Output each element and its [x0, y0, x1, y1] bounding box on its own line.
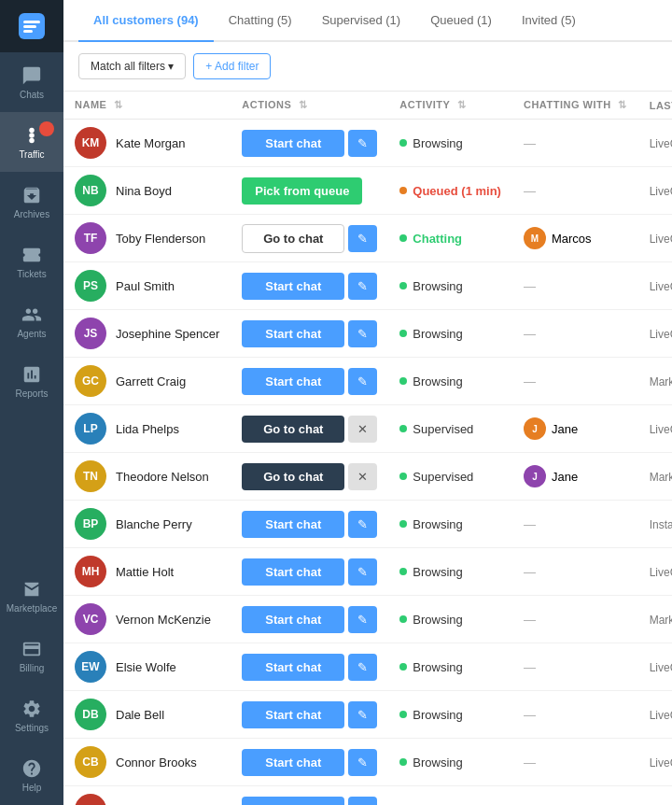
traffic-label: Traffic — [19, 149, 44, 160]
sidebar-item-archives[interactable]: Archives — [0, 172, 63, 232]
edit-button[interactable]: ✎ — [348, 654, 377, 681]
table-row: EW Elsie Wolfe Start chat✎ Browsing —Liv… — [63, 643, 672, 691]
marketplace-label: Marketplace — [7, 603, 57, 614]
start-chat-button[interactable]: Start chat — [242, 654, 344, 681]
activity-dot — [399, 377, 407, 385]
last-value: Mark — [650, 614, 672, 627]
edit-button[interactable]: ✎ — [348, 797, 377, 806]
tab-supervised[interactable]: Supervised (1) — [307, 0, 416, 42]
go-to-chat-button[interactable]: Go to chat — [242, 463, 344, 490]
edit-button[interactable]: ✎ — [348, 606, 377, 633]
activity-cell: Browsing — [388, 643, 512, 691]
table-row: CB Connor Brooks Start chat✎ Browsing —L… — [63, 739, 672, 786]
customer-name: Nina Boyd — [116, 184, 172, 198]
customer-name: Connor Brooks — [116, 756, 197, 770]
col-header-actions: ACTIONS ⇅ — [231, 92, 388, 120]
customer-name: Lida Phelps — [116, 422, 179, 436]
start-chat-button[interactable]: Start chat — [242, 749, 344, 776]
chatting-with-dash: — — [524, 327, 536, 341]
chatting-with-cell: J Jane — [512, 405, 638, 453]
start-chat-button[interactable]: Start chat — [242, 606, 344, 633]
edit-button[interactable]: ✎ — [348, 320, 377, 347]
edit-button[interactable]: ✎ — [348, 511, 377, 538]
name-cell: DB Dale Bell — [63, 691, 231, 739]
start-chat-button[interactable]: Start chat — [242, 558, 344, 586]
table-row: LP Lida Phelps Go to chat✕ Supervised J … — [63, 405, 672, 453]
activity-text: Browsing — [413, 660, 462, 674]
edit-button[interactable]: ✎ — [348, 749, 377, 776]
svg-point-4 — [29, 127, 35, 133]
activity-cell: Browsing — [388, 310, 512, 358]
last-value: Mark — [650, 375, 672, 388]
sidebar-item-settings[interactable]: Settings — [0, 685, 63, 745]
avatar: BP — [75, 508, 106, 540]
table-header-row: NAME ⇅ ACTIONS ⇅ ACTIVITY ⇅ CHATTING WIT… — [63, 92, 672, 120]
tickets-icon — [21, 245, 42, 265]
pick-from-queue-button[interactable]: Pick from queue — [242, 177, 362, 205]
match-all-filters-button[interactable]: Match all filters ▾ — [78, 53, 186, 79]
activity-text: Chatting — [413, 232, 462, 246]
edit-button[interactable]: ✎ — [348, 368, 377, 395]
last-cell: Mark — [638, 453, 672, 501]
chatting-with-cell: — — [512, 120, 638, 167]
activity-text: Browsing — [413, 565, 462, 579]
close-button[interactable]: ✕ — [348, 416, 377, 443]
go-to-chat-button[interactable]: Go to chat — [242, 416, 344, 443]
sidebar-item-help[interactable]: Help — [0, 745, 63, 805]
edit-button[interactable]: ✎ — [348, 225, 377, 252]
name-cell: LP Lida Phelps — [63, 405, 231, 453]
last-cell: LiveC — [638, 786, 672, 806]
go-to-chat-button[interactable]: Go to chat — [242, 224, 344, 253]
customer-name: Josephine Spencer — [116, 327, 219, 341]
start-chat-button[interactable]: Start chat — [242, 130, 344, 157]
tab-invited[interactable]: Invited (5) — [507, 0, 591, 42]
col-header-activity: ACTIVITY ⇅ — [388, 92, 512, 120]
last-value: LiveC — [650, 756, 672, 770]
add-filter-button[interactable]: + Add filter — [193, 53, 271, 79]
last-cell: Mark — [638, 358, 672, 405]
start-chat-button[interactable]: Start chat — [242, 368, 344, 395]
table-row: MH Mattie Holt Start chat✎ Browsing —Liv… — [63, 548, 672, 596]
activity-text: Browsing — [413, 327, 462, 341]
traffic-badge — [39, 121, 54, 136]
edit-button[interactable]: ✎ — [348, 558, 377, 586]
table-row: GC Garrett Craig Start chat✎ Browsing —M… — [63, 358, 672, 405]
filter-bar: Match all filters ▾ + Add filter — [63, 42, 672, 92]
start-chat-button[interactable]: Start chat — [242, 701, 344, 728]
activity-cell: Browsing — [388, 358, 512, 405]
sidebar-item-tickets[interactable]: Tickets — [0, 232, 63, 291]
sidebar-item-traffic[interactable]: Traffic — [0, 112, 63, 172]
tab-chatting[interactable]: Chatting (5) — [214, 0, 307, 42]
sidebar-item-reports[interactable]: Reports — [0, 351, 63, 411]
chats-label: Chats — [20, 90, 44, 100]
sidebar-item-agents[interactable]: Agents — [0, 291, 63, 351]
customer-name: Vernon McKenzie — [116, 613, 211, 627]
start-chat-button[interactable]: Start chat — [242, 273, 344, 300]
tab-all-customers[interactable]: All customers (94) — [78, 0, 214, 42]
last-cell: LiveC — [638, 167, 672, 215]
customer-name: Paul Smith — [116, 279, 175, 293]
sidebar-item-billing[interactable]: Billing — [0, 626, 63, 685]
svg-point-5 — [29, 133, 35, 138]
start-chat-button[interactable]: Start chat — [242, 320, 344, 347]
activity-cell: Chatting — [388, 215, 512, 262]
action-cell: Start chat✎ — [231, 739, 388, 786]
last-value: LiveC — [650, 661, 672, 674]
close-button[interactable]: ✕ — [348, 463, 377, 490]
avatar: GC — [75, 365, 106, 397]
edit-button[interactable]: ✎ — [348, 701, 377, 728]
last-value: LiveC — [650, 709, 672, 722]
sidebar-item-chats[interactable]: Chats — [0, 52, 63, 112]
tab-queued[interactable]: Queued (1) — [415, 0, 507, 42]
start-chat-button[interactable]: Start chat — [242, 797, 344, 806]
sidebar-item-marketplace[interactable]: Marketplace — [0, 566, 63, 626]
activity-dot — [399, 615, 407, 623]
last-value: Mark — [650, 471, 672, 484]
activity-text: Browsing — [413, 279, 462, 293]
chatting-with-cell: — — [512, 691, 638, 739]
edit-button[interactable]: ✎ — [348, 130, 377, 157]
avatar: PS — [75, 270, 106, 302]
start-chat-button[interactable]: Start chat — [242, 511, 344, 538]
edit-button[interactable]: ✎ — [348, 273, 377, 300]
customers-table: NAME ⇅ ACTIONS ⇅ ACTIVITY ⇅ CHATTING WIT… — [63, 92, 672, 805]
